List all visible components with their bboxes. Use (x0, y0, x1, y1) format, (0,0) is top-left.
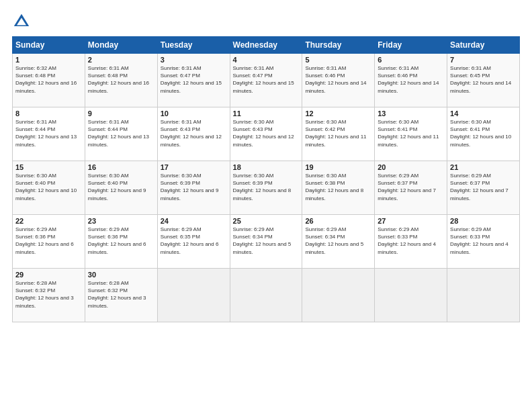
day-info: Sunrise: 6:28 AMSunset: 6:32 PMDaylight:… (88, 280, 146, 309)
calendar-cell: 1 Sunrise: 6:32 AMSunset: 6:48 PMDayligh… (13, 54, 85, 107)
day-number: 16 (88, 163, 154, 171)
day-info: Sunrise: 6:31 AMSunset: 6:48 PMDaylight:… (88, 65, 149, 94)
calendar-cell (302, 269, 375, 322)
calendar-cell: 14 Sunrise: 6:30 AMSunset: 6:41 PMDaylig… (447, 107, 520, 161)
calendar-cell: 19 Sunrise: 6:30 AMSunset: 6:38 PMDaylig… (302, 161, 375, 215)
logo (12, 12, 34, 31)
calendar-cell: 5 Sunrise: 6:31 AMSunset: 6:46 PMDayligh… (302, 54, 375, 107)
day-info: Sunrise: 6:29 AMSunset: 6:37 PMDaylight:… (378, 173, 436, 201)
day-info: Sunrise: 6:29 AMSunset: 6:33 PMDaylight:… (450, 226, 508, 255)
calendar-cell: 25 Sunrise: 6:29 AMSunset: 6:34 PMDaylig… (230, 215, 302, 269)
calendar-cell: 11 Sunrise: 6:30 AMSunset: 6:43 PMDaylig… (230, 107, 302, 161)
calendar-cell: 28 Sunrise: 6:29 AMSunset: 6:33 PMDaylig… (447, 215, 520, 269)
weekday-header-wednesday: Wednesday (230, 37, 302, 54)
weekday-header-thursday: Thursday (302, 37, 375, 54)
calendar-cell (447, 269, 520, 322)
calendar-cell: 18 Sunrise: 6:30 AMSunset: 6:39 PMDaylig… (230, 161, 302, 215)
day-number: 18 (233, 163, 300, 171)
day-number: 26 (305, 217, 371, 225)
day-number: 12 (305, 109, 371, 118)
day-info: Sunrise: 6:30 AMSunset: 6:42 PMDaylight:… (305, 119, 366, 148)
day-number: 11 (233, 109, 300, 118)
day-number: 19 (305, 163, 371, 171)
day-number: 6 (378, 56, 444, 64)
day-info: Sunrise: 6:28 AMSunset: 6:32 PMDaylight:… (15, 280, 74, 309)
day-number: 4 (233, 56, 300, 64)
calendar-cell: 22 Sunrise: 6:29 AMSunset: 6:36 PMDaylig… (13, 215, 85, 269)
day-number: 14 (450, 109, 517, 118)
weekday-header-saturday: Saturday (447, 37, 520, 54)
calendar-cell: 8 Sunrise: 6:31 AMSunset: 6:44 PMDayligh… (13, 107, 85, 161)
calendar-cell: 13 Sunrise: 6:30 AMSunset: 6:41 PMDaylig… (375, 107, 447, 161)
day-info: Sunrise: 6:30 AMSunset: 6:41 PMDaylight:… (378, 119, 439, 148)
calendar-week-row: 1 Sunrise: 6:32 AMSunset: 6:48 PMDayligh… (13, 54, 520, 107)
day-info: Sunrise: 6:31 AMSunset: 6:44 PMDaylight:… (15, 119, 77, 148)
day-info: Sunrise: 6:30 AMSunset: 6:43 PMDaylight:… (233, 119, 294, 148)
day-number: 22 (15, 217, 82, 225)
calendar-cell: 30 Sunrise: 6:28 AMSunset: 6:32 PMDaylig… (85, 269, 157, 322)
day-info: Sunrise: 6:31 AMSunset: 6:47 PMDaylight:… (233, 65, 294, 94)
day-number: 7 (450, 56, 517, 64)
day-info: Sunrise: 6:30 AMSunset: 6:38 PMDaylight:… (305, 173, 363, 201)
calendar-cell: 6 Sunrise: 6:31 AMSunset: 6:46 PMDayligh… (375, 54, 447, 107)
weekday-header-tuesday: Tuesday (157, 37, 230, 54)
calendar-cell: 16 Sunrise: 6:30 AMSunset: 6:40 PMDaylig… (85, 161, 157, 215)
day-number: 9 (88, 109, 154, 118)
day-info: Sunrise: 6:29 AMSunset: 6:36 PMDaylight:… (88, 226, 146, 255)
day-number: 23 (88, 217, 154, 225)
day-number: 5 (305, 56, 371, 64)
day-info: Sunrise: 6:30 AMSunset: 6:41 PMDaylight:… (450, 119, 511, 148)
calendar-cell (375, 269, 447, 322)
day-number: 17 (161, 163, 227, 171)
calendar-cell: 24 Sunrise: 6:29 AMSunset: 6:35 PMDaylig… (157, 215, 230, 269)
calendar-cell: 2 Sunrise: 6:31 AMSunset: 6:48 PMDayligh… (85, 54, 157, 107)
day-info: Sunrise: 6:29 AMSunset: 6:34 PMDaylight:… (233, 226, 292, 255)
weekday-header-monday: Monday (85, 37, 157, 54)
day-number: 27 (378, 217, 444, 225)
day-info: Sunrise: 6:29 AMSunset: 6:33 PMDaylight:… (378, 226, 436, 255)
day-number: 8 (15, 109, 82, 118)
calendar-cell: 12 Sunrise: 6:30 AMSunset: 6:42 PMDaylig… (302, 107, 375, 161)
calendar-cell: 4 Sunrise: 6:31 AMSunset: 6:47 PMDayligh… (230, 54, 302, 107)
day-info: Sunrise: 6:31 AMSunset: 6:46 PMDaylight:… (305, 65, 366, 94)
day-number: 3 (161, 56, 227, 64)
calendar-cell (157, 269, 230, 322)
calendar-week-row: 22 Sunrise: 6:29 AMSunset: 6:36 PMDaylig… (13, 215, 520, 269)
day-info: Sunrise: 6:29 AMSunset: 6:35 PMDaylight:… (161, 226, 219, 255)
calendar-cell: 20 Sunrise: 6:29 AMSunset: 6:37 PMDaylig… (375, 161, 447, 215)
calendar-cell: 9 Sunrise: 6:31 AMSunset: 6:44 PMDayligh… (85, 107, 157, 161)
logo-icon (12, 12, 31, 31)
day-number: 20 (378, 163, 444, 171)
day-number: 28 (450, 217, 517, 225)
day-info: Sunrise: 6:29 AMSunset: 6:36 PMDaylight:… (15, 226, 74, 255)
calendar-cell: 21 Sunrise: 6:29 AMSunset: 6:37 PMDaylig… (447, 161, 520, 215)
calendar-cell: 3 Sunrise: 6:31 AMSunset: 6:47 PMDayligh… (157, 54, 230, 107)
day-number: 24 (161, 217, 227, 225)
page: SundayMondayTuesdayWednesdayThursdayFrid… (0, 0, 532, 411)
day-info: Sunrise: 6:31 AMSunset: 6:45 PMDaylight:… (450, 65, 511, 94)
weekday-header-row: SundayMondayTuesdayWednesdayThursdayFrid… (13, 37, 520, 54)
day-number: 2 (88, 56, 154, 64)
calendar-cell: 10 Sunrise: 6:31 AMSunset: 6:43 PMDaylig… (157, 107, 230, 161)
day-number: 15 (15, 163, 82, 171)
calendar-week-row: 15 Sunrise: 6:30 AMSunset: 6:40 PMDaylig… (13, 161, 520, 215)
day-number: 21 (450, 163, 517, 171)
day-info: Sunrise: 6:31 AMSunset: 6:47 PMDaylight:… (161, 65, 222, 94)
day-number: 30 (88, 271, 154, 279)
day-info: Sunrise: 6:29 AMSunset: 6:34 PMDaylight:… (305, 226, 363, 255)
calendar-week-row: 29 Sunrise: 6:28 AMSunset: 6:32 PMDaylig… (13, 269, 520, 322)
day-info: Sunrise: 6:31 AMSunset: 6:44 PMDaylight:… (88, 119, 149, 148)
day-info: Sunrise: 6:30 AMSunset: 6:40 PMDaylight:… (88, 173, 146, 201)
day-info: Sunrise: 6:30 AMSunset: 6:39 PMDaylight:… (233, 173, 292, 201)
calendar-cell: 26 Sunrise: 6:29 AMSunset: 6:34 PMDaylig… (302, 215, 375, 269)
day-info: Sunrise: 6:31 AMSunset: 6:46 PMDaylight:… (378, 65, 439, 94)
calendar-cell: 29 Sunrise: 6:28 AMSunset: 6:32 PMDaylig… (13, 269, 85, 322)
calendar-cell: 23 Sunrise: 6:29 AMSunset: 6:36 PMDaylig… (85, 215, 157, 269)
calendar-cell: 17 Sunrise: 6:30 AMSunset: 6:39 PMDaylig… (157, 161, 230, 215)
calendar-cell: 27 Sunrise: 6:29 AMSunset: 6:33 PMDaylig… (375, 215, 447, 269)
day-info: Sunrise: 6:29 AMSunset: 6:37 PMDaylight:… (450, 173, 508, 201)
day-number: 13 (378, 109, 444, 118)
weekday-header-sunday: Sunday (13, 37, 85, 54)
calendar-cell (230, 269, 302, 322)
day-info: Sunrise: 6:31 AMSunset: 6:43 PMDaylight:… (161, 119, 222, 148)
